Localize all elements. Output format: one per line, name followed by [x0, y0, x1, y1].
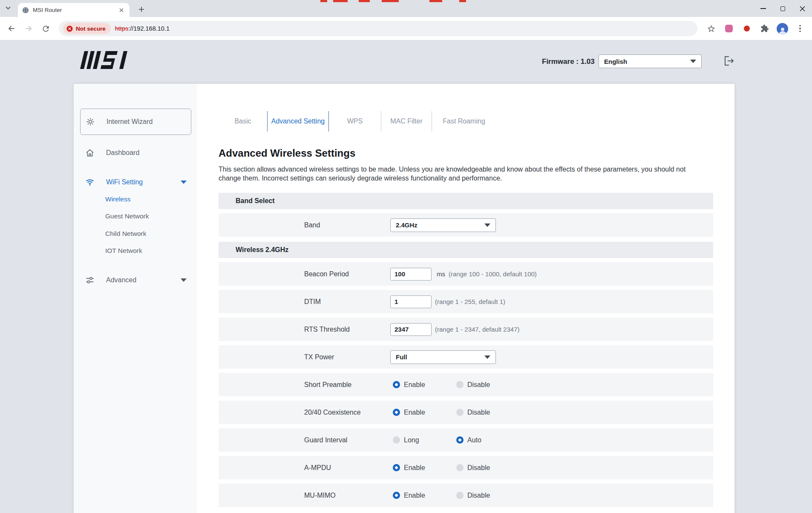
radio-label: Enable: [404, 409, 425, 416]
sidebar-subitem-label: IOT Network: [105, 247, 142, 255]
tx-power-select[interactable]: Full: [390, 350, 496, 364]
form-row-guard-interval: Guard Interval Long Auto: [219, 428, 713, 452]
security-label: Not secure: [76, 26, 106, 32]
radio-option-long[interactable]: Long: [393, 436, 456, 444]
gear-icon: [86, 117, 95, 126]
home-icon: [85, 148, 95, 158]
window-close-button[interactable]: [792, 0, 812, 17]
logout-icon[interactable]: [723, 55, 736, 68]
field-label-ampdu: A-MPDU: [304, 464, 331, 472]
language-select[interactable]: English: [599, 54, 702, 68]
field-hint: (range 1 - 255, default 1): [435, 298, 505, 305]
radio-icon[interactable]: [393, 464, 400, 471]
radio-icon[interactable]: [393, 492, 400, 499]
sidebar: Internet Wizard Dashboard: [74, 84, 197, 513]
field-label-beacon-period: Beacon Period: [304, 270, 349, 278]
tab-advanced-setting[interactable]: Advanced Setting: [268, 111, 328, 132]
sidebar-item-child-network[interactable]: Child Network: [74, 226, 197, 242]
chevron-down-icon[interactable]: [181, 181, 187, 184]
radio-icon[interactable]: [456, 464, 464, 471]
page-description: This section allows advanced wireless se…: [219, 165, 708, 183]
msi-logo: [80, 51, 138, 69]
settings-tabs: Basic Advanced Setting WPS MAC Filter Fa…: [219, 111, 713, 132]
form-row-dtim: DTIM (range 1 - 255, default 1): [219, 290, 713, 313]
form-row-beacon-period: Beacon Period ms (range 100 - 1000, defa…: [219, 262, 713, 286]
radio-icon[interactable]: [456, 409, 464, 416]
recording-dot-icon[interactable]: [741, 23, 753, 34]
radio-option-auto[interactable]: Auto: [456, 436, 481, 444]
field-label-short-preamble: Short Preamble: [304, 381, 351, 389]
sidebar-item-label: Internet Wizard: [107, 118, 153, 126]
coexistence-radio-group: Enable Disable: [390, 409, 490, 416]
mu-mimo-radio-group: Enable Disable: [390, 492, 490, 499]
radio-icon[interactable]: [456, 436, 464, 444]
band-select-value: 2.4GHz: [396, 221, 418, 229]
forward-button[interactable]: [23, 23, 34, 34]
sidebar-item-wireless[interactable]: Wireless: [74, 191, 197, 207]
radio-option-disable[interactable]: Disable: [456, 409, 490, 416]
firmware-version-label: Firmware : 1.03: [542, 57, 595, 66]
sidebar-subitem-label: Child Network: [105, 230, 146, 238]
radio-option-disable[interactable]: Disable: [456, 464, 490, 472]
radio-option-enable[interactable]: Enable: [393, 464, 456, 472]
tab-basic[interactable]: Basic: [219, 111, 267, 132]
extensions-puzzle-icon[interactable]: [759, 23, 771, 34]
site-favicon-globe-icon: [22, 7, 29, 14]
field-unit: ms: [437, 270, 445, 278]
dtim-input[interactable]: [390, 295, 432, 308]
url-protocol: https: [115, 25, 128, 32]
radio-option-enable[interactable]: Enable: [393, 492, 456, 499]
recording-artifact: [459, 0, 466, 2]
window-minimize-button[interactable]: [753, 0, 773, 17]
tab-mac-filter[interactable]: MAC Filter: [381, 111, 432, 132]
sidebar-item-iot-network[interactable]: IOT Network: [74, 243, 197, 259]
bookmark-star-icon[interactable]: [705, 23, 717, 34]
back-button[interactable]: [6, 23, 17, 34]
band-select[interactable]: 2.4GHz: [390, 218, 496, 232]
tab-close-icon[interactable]: [118, 6, 125, 14]
beacon-period-input[interactable]: [390, 268, 432, 281]
chevron-down-icon[interactable]: [181, 278, 187, 282]
window-controls: [753, 0, 812, 17]
sliders-icon: [85, 275, 95, 285]
router-page: Firmware : 1.03 English Internet Wizard: [0, 40, 812, 513]
sidebar-item-advanced[interactable]: Advanced: [74, 271, 197, 289]
radio-icon[interactable]: [393, 381, 400, 388]
sidebar-item-guest-network[interactable]: Guest Network: [74, 208, 197, 224]
radio-icon[interactable]: [393, 409, 400, 416]
sidebar-item-wifi-setting[interactable]: WiFi Setting: [74, 173, 197, 192]
browser-tab-strip: MSI Router: [0, 0, 812, 17]
address-bar[interactable]: Not secure https://192.168.10.1: [59, 21, 697, 36]
field-label-mu-mimo: MU-MIMO: [304, 492, 336, 499]
extension-pink-icon[interactable]: [723, 23, 735, 34]
rts-threshold-input[interactable]: [390, 323, 432, 336]
radio-option-enable[interactable]: Enable: [393, 409, 456, 416]
screen: { "browser": { "tab_title": "MSI Router"…: [0, 0, 812, 513]
refresh-button[interactable]: [40, 23, 51, 34]
tab-fast-roaming[interactable]: Fast Roaming: [432, 111, 496, 132]
guard-interval-radio-group: Long Auto: [390, 436, 481, 444]
recording-artifact: [320, 0, 327, 2]
profile-avatar[interactable]: [777, 23, 788, 34]
radio-option-disable[interactable]: Disable: [456, 381, 490, 389]
radio-label: Disable: [467, 464, 490, 472]
radio-icon[interactable]: [393, 436, 400, 444]
radio-option-disable[interactable]: Disable: [456, 492, 490, 499]
radio-option-enable[interactable]: Enable: [393, 381, 456, 389]
security-chip[interactable]: Not secure: [63, 23, 111, 34]
page-title: Advanced Wireless Settings: [219, 147, 713, 159]
field-label-guard-interval: Guard Interval: [304, 436, 347, 444]
tab-search-chevron-icon[interactable]: [5, 6, 11, 10]
form-row-tx-power: TX Power Full: [219, 345, 713, 369]
radio-label: Disable: [467, 381, 490, 389]
sidebar-item-dashboard[interactable]: Dashboard: [74, 143, 197, 162]
new-tab-button[interactable]: [136, 4, 147, 14]
tab-wps[interactable]: WPS: [329, 111, 381, 132]
browser-menu-kebab-icon[interactable]: [794, 23, 806, 34]
sidebar-item-internet-wizard[interactable]: Internet Wizard: [80, 109, 191, 135]
browser-tab[interactable]: MSI Router: [18, 3, 130, 17]
recording-artifact: [429, 0, 442, 2]
radio-icon[interactable]: [456, 381, 464, 388]
window-maximize-button[interactable]: [773, 0, 792, 17]
radio-icon[interactable]: [456, 492, 464, 499]
